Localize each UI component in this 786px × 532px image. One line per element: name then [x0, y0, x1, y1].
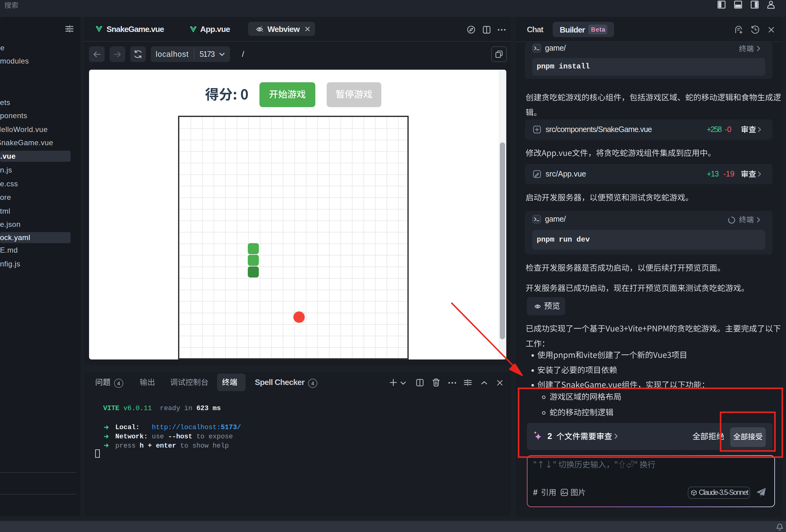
svg-text:4: 4: [117, 381, 120, 387]
svg-text:4: 4: [311, 381, 314, 387]
